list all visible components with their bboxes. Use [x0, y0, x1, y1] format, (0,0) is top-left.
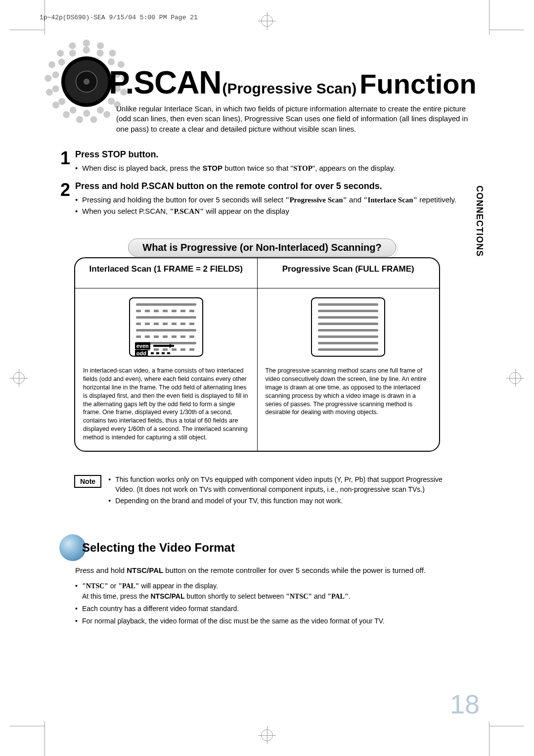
step-bullet: When disc is played back, press the STOP… [75, 163, 485, 174]
page-body: P.SCAN (Progressive Scan) Function Unlik… [49, 35, 485, 721]
subsection-body: Press and hold NTSC/PAL button on the re… [75, 565, 465, 628]
col-head-interlaced: Interlaced Scan (1 FRAME = 2 FIELDS) [83, 264, 249, 274]
progressive-description: The progressive scanning method scans on… [266, 367, 432, 417]
registration-mark [258, 12, 276, 30]
print-header: 1p~42p(DS690)-SEA 9/15/04 5:00 PM Page 2… [40, 14, 198, 21]
page-title: P.SCAN (Progressive Scan) Function [109, 64, 485, 101]
intro-paragraph: Unlike regular Interlace Scan, in which … [116, 104, 475, 134]
crop-mark [44, 721, 45, 756]
title-function: Function [359, 68, 476, 100]
step-2: 2 Press and hold P.SCAN button on the re… [49, 181, 485, 217]
sub-bullet: For normal playback, the video format of… [75, 616, 465, 626]
registration-mark [506, 369, 524, 387]
step-heading: Press STOP button. [75, 149, 485, 160]
crop-mark [489, 0, 490, 35]
info-heading-wrap: What is Progressive (or Non-Interlaced) … [84, 238, 440, 257]
progressive-diagram [266, 292, 432, 362]
note-item: Depending on the brand and model of your… [108, 496, 455, 506]
crop-mark [490, 726, 524, 726]
col-head-progressive: Progressive Scan (FULL FRAME) [266, 264, 432, 274]
title-subtitle: (Progressive Scan) [222, 80, 357, 97]
sub-bullet: "NTSC" or "PAL" will appear in the displ… [75, 581, 465, 602]
page-number: 18 [450, 689, 480, 719]
step-heading: Press and hold P.SCAN button on the remo… [75, 181, 485, 191]
crop-mark [490, 30, 524, 30]
step-number: 1 [49, 149, 70, 174]
subsection-lead: Press and hold NTSC/PAL button on the re… [75, 565, 465, 576]
step-number: 2 [49, 181, 70, 217]
info-heading: What is Progressive (or Non-Interlaced) … [128, 238, 396, 257]
registration-mark [10, 369, 28, 387]
step-1: 1 Press STOP button. When disc is played… [49, 149, 485, 174]
note-badge: Note [74, 475, 101, 488]
crop-mark [489, 721, 490, 756]
section-tab-connections: CONNECTIONS [474, 186, 485, 257]
note-item: This function works only on TVs equipped… [108, 475, 455, 494]
interlaced-description: In interlaced-scan video, a frame consis… [83, 367, 249, 442]
crop-mark [10, 726, 44, 726]
subsection-header: Selecting the Video Format [59, 534, 235, 561]
registration-mark [258, 726, 276, 744]
step-bullet: Pressing and holding the button for over… [75, 194, 485, 206]
interlaced-diagram: even odd [83, 292, 249, 362]
diagram-legend: even odd [135, 342, 174, 357]
steps-list: 1 Press STOP button. When disc is played… [49, 149, 485, 224]
sub-bullet: Each country has a different video forma… [75, 604, 465, 614]
crop-mark [10, 30, 44, 30]
note-block: Note This function works only on TVs equ… [74, 475, 455, 508]
step-bullet: When you select P.SCAN, "P.SCAN" will ap… [75, 206, 485, 217]
comparison-box: Interlaced Scan (1 FRAME = 2 FIELDS) Pro… [74, 257, 440, 452]
subsection-title: Selecting the Video Format [82, 541, 235, 555]
title-pscan: P.SCAN [109, 64, 222, 101]
